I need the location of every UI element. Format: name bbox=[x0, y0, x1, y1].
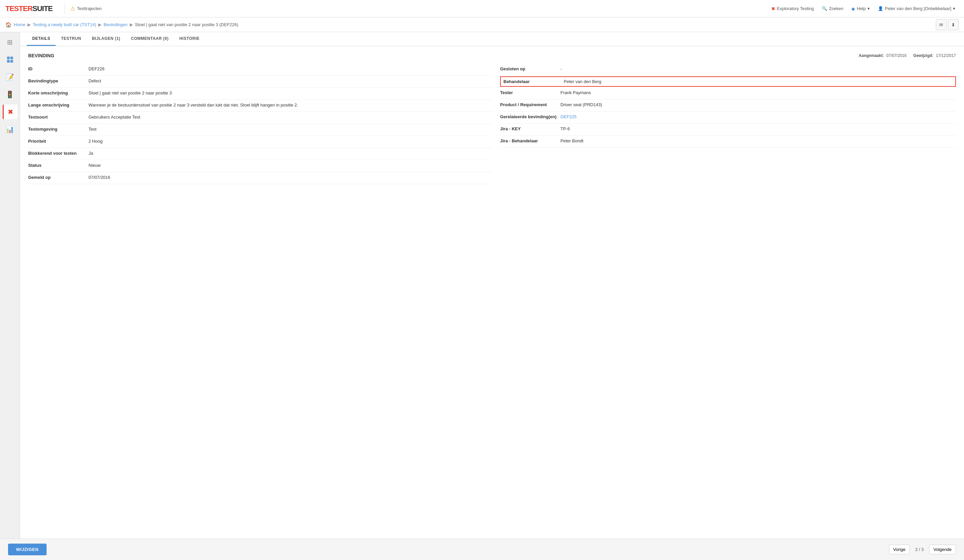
label-prioriteit: Prioriteit bbox=[28, 139, 88, 144]
label-bevindingtype: Bevindingtype bbox=[28, 78, 88, 83]
tab-historie[interactable]: HISTORIE bbox=[174, 32, 205, 46]
breadcrumb-sep-3: ▶ bbox=[130, 22, 133, 27]
field-row-korte-omschrijving: Korte omschrijving Stoel | gaat niet van… bbox=[28, 88, 492, 100]
field-row-bevindingtype: Bevindingtype Defect bbox=[28, 76, 492, 88]
value-status: Nieuw bbox=[88, 163, 101, 168]
label-tester: Tester bbox=[500, 90, 560, 95]
label-behandelaar: Behandelaar bbox=[503, 79, 564, 84]
field-row-product-requirement: Product / Requirement Driver seat (PRD14… bbox=[500, 99, 956, 112]
email-btn[interactable]: ✉ bbox=[936, 19, 946, 30]
field-row-behandelaar: Behandelaar Peter van den Berg bbox=[500, 76, 956, 87]
help-btn[interactable]: ◆ Help ▾ bbox=[848, 4, 873, 13]
help-label: Help bbox=[857, 6, 866, 11]
label-testsoort: Testsoort bbox=[28, 115, 88, 120]
field-row-id: ID DEF226 bbox=[28, 63, 492, 76]
value-jira-key: TP-6 bbox=[560, 126, 570, 131]
field-col-left: ID DEF226 Bevindingtype Defect Korte oms… bbox=[28, 63, 492, 184]
field-row-testomgeving: Testomgeving Test bbox=[28, 124, 492, 136]
sidebar-item-note[interactable]: 📝 bbox=[3, 70, 18, 84]
field-row-jira-key: Jira - KEY TP-6 bbox=[500, 123, 956, 136]
sidebar: ⊞ 📝 🚦 ✖ 📊 bbox=[0, 32, 20, 560]
label-gesloten-op: Gesloten op bbox=[500, 66, 560, 71]
label-gerelateerde-bevinding: Gerelateerde bevinding(en) bbox=[500, 114, 560, 119]
value-korte-omschrijving: Stoel | gaat niet van positie 2 naar pos… bbox=[88, 91, 172, 96]
svg-rect-3 bbox=[10, 60, 13, 63]
value-bevindingtype: Defect bbox=[88, 78, 101, 83]
user-btn[interactable]: 👤 Peter van den Berg [Ontwikkelaar] ▾ bbox=[874, 4, 959, 13]
tab-commentaar[interactable]: COMMENTAAR (0) bbox=[126, 32, 174, 46]
sidebar-item-defect[interactable]: ✖ bbox=[3, 104, 18, 119]
label-id: ID bbox=[28, 66, 88, 71]
label-status: Status bbox=[28, 163, 88, 168]
field-row-lange-omschrijving: Lange omschrijving Wanneer je de bestuur… bbox=[28, 100, 492, 112]
gewijzigd-value: 17/12/2017 bbox=[936, 53, 956, 58]
user-label: Peter van den Berg [Ontwikkelaar] bbox=[885, 6, 951, 11]
detail-section: BEVINDING Aangemaakt: 07/07/2016 Gewijzi… bbox=[20, 46, 964, 191]
value-testomgeving: Test bbox=[88, 127, 96, 131]
value-testsoort: Gebruikers Acceptatie Test bbox=[88, 115, 140, 120]
def225-link[interactable]: DEF225 bbox=[560, 114, 576, 119]
field-row-gemeld-op: Gemeld op 07/07/2016 bbox=[28, 172, 492, 184]
sidebar-item-traffic[interactable]: 🚦 bbox=[3, 87, 18, 102]
testtrajecten-nav[interactable]: ⚠ Testtrajecten bbox=[70, 5, 102, 12]
svg-rect-1 bbox=[10, 57, 13, 59]
tab-testrun[interactable]: TESTRUN bbox=[55, 32, 86, 46]
tabs: DETAILS TESTRUN BIJLAGEN (1) COMMENTAAR … bbox=[20, 32, 964, 46]
header-right: ✖ Exploratory Testing 🔍 Zoeken ◆ Help ▾ … bbox=[768, 4, 959, 13]
vorige-button[interactable]: Vorige bbox=[889, 545, 910, 554]
gewijzigd-meta: Gewijzigd: 17/12/2017 bbox=[914, 53, 956, 58]
value-prioriteit: 2 Hoog bbox=[88, 139, 103, 144]
field-row-gerelateerde-bevinding: Gerelateerde bevinding(en) DEF225 bbox=[500, 112, 956, 123]
value-behandelaar: Peter van den Berg bbox=[564, 79, 601, 84]
sidebar-item-grid[interactable]: ⊞ bbox=[3, 35, 18, 50]
sidebar-item-chart[interactable]: 📊 bbox=[3, 122, 18, 136]
label-blokkerend: Blokkerend voor testen bbox=[28, 151, 88, 156]
value-product-requirement: Driver seat (PRD143) bbox=[560, 102, 602, 107]
section-header: BEVINDING Aangemaakt: 07/07/2016 Gewijzi… bbox=[28, 53, 956, 58]
value-gemeld-op: 07/07/2016 bbox=[88, 175, 110, 180]
label-korte-omschrijving: Korte omschrijving bbox=[28, 91, 88, 96]
label-product-requirement: Product / Requirement bbox=[500, 102, 560, 107]
breadcrumb-current: Stoel | gaat niet van positie 2 naar pos… bbox=[135, 22, 238, 27]
logo: TESTERSUITE bbox=[5, 4, 53, 13]
volgende-button[interactable]: Volgende bbox=[929, 545, 956, 554]
label-lange-omschrijving: Lange omschrijving bbox=[28, 102, 88, 107]
label-jira-behandelaar: Jira - Behandelaar bbox=[500, 138, 560, 143]
field-grid: ID DEF226 Bevindingtype Defect Korte oms… bbox=[28, 63, 956, 184]
field-row-jira-behandelaar: Jira - Behandelaar Peter Bondt bbox=[500, 136, 956, 148]
tab-details[interactable]: DETAILS bbox=[27, 32, 55, 46]
download-btn[interactable]: ⬇ bbox=[948, 19, 959, 30]
label-testomgeving: Testomgeving bbox=[28, 127, 88, 131]
breadcrumb-sep-1: ▶ bbox=[28, 22, 31, 27]
sidebar-item-puzzle[interactable] bbox=[3, 52, 18, 67]
breadcrumb-bar: 🏠 Home ▶ Testing a newly built car (TST1… bbox=[0, 18, 964, 32]
field-row-testsoort: Testsoort Gebruikers Acceptatie Test bbox=[28, 112, 492, 124]
value-jira-behandelaar: Peter Bondt bbox=[560, 138, 583, 143]
zoeken-btn[interactable]: 🔍 Zoeken bbox=[819, 4, 847, 13]
breadcrumb-home[interactable]: Home bbox=[14, 22, 26, 27]
user-chevron-icon: ▾ bbox=[953, 6, 955, 11]
section-title: BEVINDING bbox=[28, 53, 54, 58]
value-gesloten-op: - bbox=[560, 66, 562, 71]
value-gerelateerde-bevinding: DEF225 bbox=[560, 114, 576, 119]
logo-tester: TESTER bbox=[5, 4, 33, 13]
warn-icon: ⚠ bbox=[70, 5, 75, 12]
logo-suite: SUITE bbox=[33, 4, 53, 13]
aangemaakt-meta: Aangemaakt: 07/07/2016 bbox=[859, 53, 907, 58]
svg-rect-0 bbox=[7, 57, 10, 59]
x-icon: ✖ bbox=[771, 6, 775, 11]
home-icon: 🏠 bbox=[5, 22, 12, 28]
svg-rect-2 bbox=[7, 60, 10, 63]
aangemaakt-value: 07/07/2016 bbox=[887, 53, 907, 58]
wijzigen-button[interactable]: WIJZIGEN bbox=[8, 544, 47, 555]
exploratory-testing-btn[interactable]: ✖ Exploratory Testing bbox=[768, 4, 817, 13]
zoeken-label: Zoeken bbox=[829, 6, 843, 11]
value-blokkerend: Ja bbox=[88, 151, 93, 156]
breadcrumb-bevindingen[interactable]: Bevindingen bbox=[104, 22, 128, 27]
value-tester: Frank Paymans bbox=[560, 90, 591, 95]
footer: WIJZIGEN Vorige 2 / 3 Volgende bbox=[0, 539, 964, 560]
user-icon: 👤 bbox=[878, 6, 883, 11]
breadcrumb-project[interactable]: Testing a newly built car (TST14) bbox=[33, 22, 96, 27]
tab-bijlagen[interactable]: BIJLAGEN (1) bbox=[86, 32, 126, 46]
field-col-right: Gesloten op - Behandelaar Peter van den … bbox=[492, 63, 956, 184]
